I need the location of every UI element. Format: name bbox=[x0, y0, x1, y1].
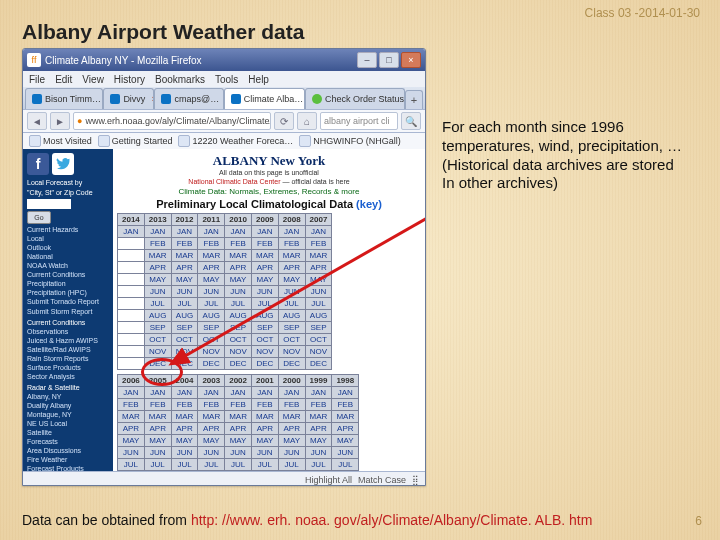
month-cell[interactable]: JUL bbox=[251, 459, 278, 471]
month-cell[interactable]: SEP bbox=[198, 322, 225, 334]
month-cell[interactable]: OCT bbox=[225, 334, 252, 346]
month-cell[interactable]: NOV bbox=[305, 346, 332, 358]
month-cell[interactable]: OCT bbox=[144, 334, 171, 346]
month-cell[interactable]: SEP bbox=[171, 322, 198, 334]
sidebar-link[interactable]: Submit Storm Report bbox=[27, 308, 109, 316]
month-cell[interactable]: APR bbox=[144, 423, 171, 435]
month-cell[interactable]: FEB bbox=[225, 238, 252, 250]
month-cell[interactable]: MAY bbox=[251, 435, 278, 447]
month-cell[interactable]: AUG bbox=[332, 471, 359, 472]
month-cell[interactable]: MAR bbox=[225, 250, 252, 262]
month-cell[interactable]: NOV bbox=[225, 346, 252, 358]
month-cell[interactable]: SEP bbox=[278, 322, 305, 334]
month-cell[interactable]: JUL bbox=[305, 298, 332, 310]
address-bar[interactable]: ● www.erh.noaa.gov/aly/Climate/Albany/Cl… bbox=[73, 112, 271, 130]
month-cell[interactable]: JUN bbox=[171, 286, 198, 298]
month-cell[interactable]: JAN bbox=[198, 387, 225, 399]
month-cell[interactable]: MAY bbox=[171, 274, 198, 286]
month-cell[interactable]: FEB bbox=[144, 238, 171, 250]
month-cell[interactable]: JAN bbox=[118, 226, 145, 238]
month-cell[interactable]: MAY bbox=[225, 274, 252, 286]
month-cell[interactable]: MAY bbox=[278, 435, 305, 447]
month-cell[interactable]: FEB bbox=[251, 399, 278, 411]
month-cell[interactable]: APR bbox=[278, 423, 305, 435]
sidebar-link[interactable]: Duality Albany bbox=[27, 402, 109, 410]
month-cell[interactable]: OCT bbox=[251, 334, 278, 346]
month-cell[interactable]: MAR bbox=[278, 411, 305, 423]
month-cell[interactable]: MAY bbox=[305, 274, 332, 286]
month-cell[interactable]: DEC bbox=[144, 358, 171, 370]
status-highlight[interactable]: Highlight All bbox=[305, 475, 352, 485]
month-cell[interactable]: APR bbox=[144, 262, 171, 274]
month-cell[interactable]: JUL bbox=[225, 459, 252, 471]
month-cell[interactable]: MAR bbox=[171, 250, 198, 262]
month-cell[interactable]: JUN bbox=[144, 286, 171, 298]
ncdc-link[interactable]: National Climatic Data Center bbox=[188, 178, 280, 185]
month-cell[interactable]: SEP bbox=[144, 322, 171, 334]
month-cell[interactable]: JUN bbox=[278, 447, 305, 459]
status-matchcase[interactable]: Match Case bbox=[358, 475, 406, 485]
sidebar-link[interactable]: Forecast Products bbox=[27, 465, 109, 471]
month-cell[interactable]: AUG bbox=[305, 310, 332, 322]
month-cell[interactable]: DEC bbox=[305, 358, 332, 370]
sidebar-link[interactable]: Satellite/Rad AWIPS bbox=[27, 346, 109, 354]
month-cell[interactable]: FEB bbox=[305, 399, 332, 411]
sidebar-link[interactable]: Surface Products bbox=[27, 364, 109, 372]
home-button[interactable]: ⌂ bbox=[297, 112, 317, 130]
sidebar-link[interactable]: NOAA Watch bbox=[27, 262, 109, 270]
month-cell[interactable]: SEP bbox=[225, 322, 252, 334]
facebook-icon[interactable]: f bbox=[27, 153, 49, 175]
month-cell[interactable]: AUG bbox=[144, 310, 171, 322]
month-cell[interactable]: JAN bbox=[171, 387, 198, 399]
month-cell[interactable]: JUL bbox=[251, 298, 278, 310]
month-cell[interactable]: JUN bbox=[144, 447, 171, 459]
month-cell[interactable]: AUG bbox=[198, 310, 225, 322]
month-cell[interactable]: FEB bbox=[278, 238, 305, 250]
month-cell[interactable]: MAR bbox=[305, 411, 332, 423]
window-maximize-button[interactable]: □ bbox=[379, 52, 399, 68]
month-cell[interactable]: FEB bbox=[251, 238, 278, 250]
month-cell[interactable]: APR bbox=[278, 262, 305, 274]
month-cell[interactable]: JAN bbox=[144, 387, 171, 399]
month-cell[interactable]: APR bbox=[118, 423, 145, 435]
tab-4[interactable]: Climate Alba…× bbox=[224, 88, 305, 109]
new-tab-button[interactable]: + bbox=[405, 90, 423, 109]
month-cell[interactable]: MAY bbox=[251, 274, 278, 286]
month-cell[interactable]: APR bbox=[251, 423, 278, 435]
search-button[interactable]: 🔍 bbox=[401, 112, 421, 130]
month-cell[interactable]: AUG bbox=[171, 471, 198, 472]
window-titlebar[interactable]: ff Climate Albany NY - Mozilla Firefox –… bbox=[23, 49, 425, 71]
month-cell[interactable]: MAR bbox=[251, 411, 278, 423]
month-cell[interactable]: FEB bbox=[171, 238, 198, 250]
month-cell[interactable]: JUL bbox=[144, 459, 171, 471]
month-cell[interactable]: NOV bbox=[171, 346, 198, 358]
month-cell[interactable]: OCT bbox=[198, 334, 225, 346]
tab-5[interactable]: Check Order Status…× bbox=[305, 88, 405, 109]
bookmark-item[interactable]: 12220 Weather Foreca… bbox=[178, 135, 293, 147]
month-cell[interactable]: FEB bbox=[198, 238, 225, 250]
bookmark-item[interactable]: Getting Started bbox=[98, 135, 173, 147]
menu-file[interactable]: File bbox=[29, 74, 45, 85]
month-cell[interactable]: JUL bbox=[198, 459, 225, 471]
sidebar-link[interactable]: Rain Storm Reports bbox=[27, 355, 109, 363]
sidebar-link[interactable]: Observations bbox=[27, 328, 109, 336]
month-cell[interactable]: MAY bbox=[225, 435, 252, 447]
month-cell[interactable]: JUN bbox=[251, 286, 278, 298]
month-cell[interactable]: AUG bbox=[278, 310, 305, 322]
month-cell[interactable]: FEB bbox=[144, 399, 171, 411]
sidebar-link[interactable]: Outlook bbox=[27, 244, 109, 252]
page-links[interactable]: Climate Data: Normals, Extremes, Records… bbox=[117, 187, 421, 196]
sidebar-link[interactable]: Current Hazards bbox=[27, 226, 109, 234]
sidebar-link[interactable]: Juiced & Hazm AWIPS bbox=[27, 337, 109, 345]
sidebar-link[interactable]: Montague, NY bbox=[27, 411, 109, 419]
month-cell[interactable]: MAY bbox=[144, 435, 171, 447]
sidebar-link[interactable]: Sector Analysis bbox=[27, 373, 109, 381]
month-cell[interactable]: JUN bbox=[225, 286, 252, 298]
month-cell[interactable]: FEB bbox=[225, 399, 252, 411]
sidebar-link[interactable]: Precipitation bbox=[27, 280, 109, 288]
month-cell[interactable]: JUN bbox=[118, 447, 145, 459]
month-cell[interactable]: MAY bbox=[332, 435, 359, 447]
footer-url[interactable]: http: //www. erh. noaa. gov/aly/Climate/… bbox=[191, 512, 593, 528]
month-cell[interactable]: APR bbox=[225, 262, 252, 274]
zip-input[interactable] bbox=[27, 199, 71, 209]
